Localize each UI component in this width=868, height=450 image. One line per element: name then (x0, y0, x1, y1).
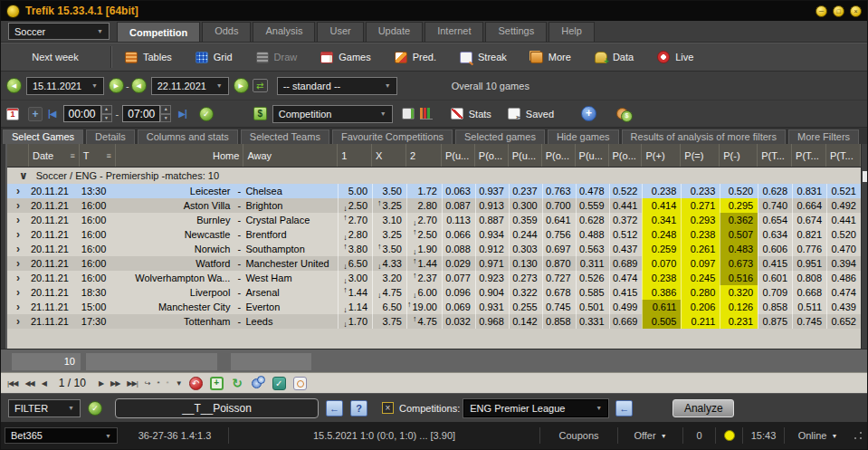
online-dropdown[interactable]: Online ▼ (784, 427, 851, 444)
table-row[interactable]: ›21.11.2117:30Tottenham-Leeds↓1.703.75↑4… (7, 314, 861, 329)
time-to-spin-buttons[interactable]: ▲▼ (160, 105, 171, 122)
first-page-icon[interactable]: |◀◀ (7, 379, 17, 388)
table-row[interactable]: ›20.11.2116:00Wolverhampton Wa...-West H… (7, 271, 861, 285)
table-row[interactable]: ›20.11.2118:30Liverpool-Arsenal↑1.44↓4.7… (7, 285, 861, 300)
competitions-checkbox[interactable]: × (382, 402, 394, 414)
paste-competition-icon[interactable]: ← (615, 400, 633, 416)
menu-tab-update[interactable]: Update (366, 22, 423, 42)
menu-tab-analysis[interactable]: Analysis (253, 22, 315, 42)
games-button[interactable]: Games (312, 49, 378, 66)
last-page-icon[interactable]: ▶▶| (127, 379, 137, 388)
move-icon[interactable]: + (28, 107, 43, 121)
sport-select[interactable]: Soccer ▼ (8, 23, 110, 40)
vertical-scrollbar[interactable] (861, 144, 867, 349)
menu-tab-help[interactable]: Help (548, 22, 595, 42)
spin-down-icon[interactable]: ▼ (101, 114, 112, 123)
insert-icon[interactable]: + (210, 377, 224, 390)
table-row[interactable]: ›21.11.2115:00Manchester City-Everton↓1.… (7, 300, 861, 314)
competition-select[interactable]: ENG Premier League ▼ (463, 399, 608, 417)
column-header-p-t[interactable]: P(T... (792, 144, 826, 167)
confirm-icon[interactable]: ✓ (272, 377, 286, 390)
tab-results-of-analysis-of-more-filters[interactable]: Results of analysis of more filters (622, 129, 786, 144)
paste-filter-icon[interactable]: ← (326, 400, 343, 416)
filter-check-icon[interactable]: ✓ (88, 401, 102, 416)
date-to-prev-button[interactable]: ◀ (131, 78, 147, 93)
stats-button[interactable]: Stats (451, 108, 491, 120)
column-header-2[interactable]: 2 (406, 144, 442, 167)
column-header-p[interactable]: P(-) (720, 144, 758, 167)
column-header-t[interactable]: T≡ (80, 144, 116, 167)
table-row[interactable]: ›20.11.2113:30Leicester-Chelsea5.003.501… (7, 184, 861, 198)
spin-up-icon[interactable]: ▲ (160, 105, 171, 114)
table-row[interactable]: ›20.11.2116:00Norwich-Southampton↑3.80↑3… (7, 242, 861, 256)
table-row[interactable]: ›20.11.2116:00Aston Villa-Brighton↓2.50↑… (7, 198, 861, 213)
more-button[interactable]: More (522, 49, 579, 66)
skip-forward-icon[interactable]: ▶| (178, 109, 186, 119)
prev-page-icon[interactable]: ◀ (42, 379, 46, 388)
tab-columns-and-stats[interactable]: Columns and stats (138, 129, 238, 144)
column-header-x[interactable]: X (372, 144, 406, 167)
date-to-next-button[interactable]: ▶ (234, 78, 249, 93)
group-row[interactable]: ∨ Soccer / ENG - Premiership -matches: 1… (7, 168, 861, 184)
skip-back-icon[interactable]: |◀ (48, 109, 56, 119)
refresh-icon[interactable]: ↻ (231, 377, 244, 390)
column-header-expander[interactable] (7, 144, 29, 167)
apply-check-icon[interactable]: ✓ (199, 107, 214, 121)
tab-selected-teams[interactable]: Selected Teams (241, 129, 329, 144)
data-button[interactable]: Data (587, 49, 642, 66)
filter-funnel-icon[interactable]: ▼ (176, 379, 182, 388)
tab-hide-games[interactable]: Hide games (548, 129, 619, 144)
date-to-select[interactable]: 22.11.2021 ▼ (151, 77, 229, 95)
mark-icon[interactable]: * (157, 379, 158, 388)
add-circle-icon[interactable]: + (581, 106, 596, 121)
redo-icon[interactable]: ↪ (145, 379, 150, 388)
tab-more-filters[interactable]: More Filters (788, 129, 859, 144)
table-row[interactable]: ›20.11.2116:00Watford-Manchester United↓… (7, 256, 861, 271)
coupons-button[interactable]: Coupons (539, 427, 617, 444)
table-row[interactable]: ›20.11.2116:00Burnley-Crystal Palace↑2.7… (7, 213, 861, 227)
bar-chart-icon[interactable] (420, 108, 433, 120)
menu-tab-internet[interactable]: Internet (424, 22, 483, 42)
fast-forward-icon[interactable]: ▶▶ (110, 379, 119, 388)
maximize-button[interactable]: □ (833, 5, 844, 17)
column-header-home[interactable]: Home (116, 144, 244, 167)
column-header-p-t[interactable]: P(T... (826, 144, 861, 167)
pred-button[interactable]: Pred. (386, 49, 444, 66)
date-from-next-button[interactable]: ▶ (109, 78, 124, 93)
close-button[interactable]: × (850, 5, 862, 17)
next-page-icon[interactable]: ▶ (99, 379, 103, 388)
settings-gears-icon[interactable] (252, 377, 265, 390)
bookmaker-select[interactable]: Bet365 ▼ (5, 427, 118, 444)
mark-off-icon[interactable]: * (167, 379, 168, 388)
menu-tab-competition[interactable]: Competition (117, 22, 200, 42)
date-from-prev-button[interactable]: ◀ (6, 78, 22, 93)
column-header-p-u[interactable]: P(u... (509, 144, 542, 167)
analyze-button[interactable]: Analyze (672, 399, 734, 417)
scrollbar-thumb[interactable] (863, 171, 867, 182)
spin-down-icon[interactable]: ▼ (160, 114, 171, 123)
money-icon[interactable]: $ (253, 107, 267, 120)
column-header-p-o[interactable]: P(o... (475, 144, 509, 167)
tab-details[interactable]: Details (86, 129, 135, 144)
fast-back-icon[interactable]: ◀◀ (24, 379, 33, 388)
list-view-icon[interactable] (402, 108, 415, 120)
active-filter-button[interactable]: __T__Poisson (115, 398, 319, 418)
minimize-button[interactable]: ─ (816, 5, 827, 17)
saved-button[interactable]: Saved (508, 108, 554, 120)
grid-button[interactable]: Grid (187, 49, 241, 66)
column-header-p-t[interactable]: P(T... (758, 144, 792, 167)
column-header-p-o[interactable]: P(o... (542, 144, 576, 167)
tab-selected-games[interactable]: Selected games (455, 129, 545, 144)
resize-grip[interactable] (853, 430, 863, 441)
date-from-select[interactable]: 15.11.2021 ▼ (26, 77, 104, 95)
column-header-date[interactable]: Date≡ (29, 144, 80, 167)
coins-icon[interactable] (616, 108, 633, 120)
collapse-icon[interactable]: ∨ (19, 169, 28, 182)
spin-up-icon[interactable]: ▲ (101, 105, 112, 114)
cancel-icon[interactable]: ↶ (189, 377, 203, 390)
group-by-select[interactable]: Competition ▼ (272, 105, 393, 123)
tables-button[interactable]: Tables (117, 49, 180, 66)
filter-select[interactable]: FILTER ▼ (8, 399, 81, 417)
preview-icon[interactable] (293, 377, 307, 390)
column-header-p-u[interactable]: P(u... (576, 144, 609, 167)
